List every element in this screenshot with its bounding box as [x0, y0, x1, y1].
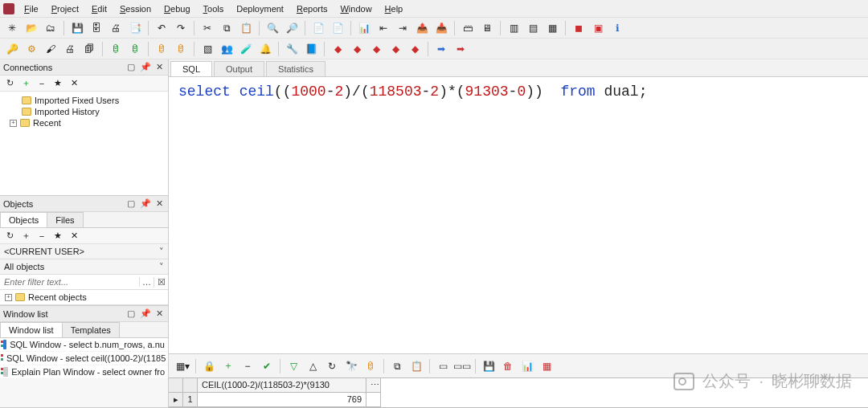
print-setup-button[interactable]: 📑	[126, 19, 144, 37]
tab-objects[interactable]: Objects	[0, 212, 47, 227]
close-icon[interactable]: ✕	[67, 229, 81, 243]
panel-dropdown-icon[interactable]: ▢	[125, 62, 137, 72]
panel-pin-icon[interactable]: 📌	[138, 198, 153, 209]
save-all-button[interactable]: 🗄	[88, 19, 105, 37]
red4-button[interactable]: ◆	[387, 40, 404, 58]
red5-button[interactable]: ◆	[406, 40, 424, 58]
tree-item[interactable]: +Recent	[2, 117, 166, 129]
db1-button[interactable]: 🛢	[107, 40, 125, 58]
filter-browse-icon[interactable]: …	[139, 277, 154, 287]
execute-stop-button[interactable]: ➡	[452, 40, 469, 58]
find-button[interactable]: 🔍	[264, 19, 281, 37]
red2-button[interactable]: ◆	[348, 40, 366, 58]
grid-data-row[interactable]: ▸ 1 769	[169, 393, 868, 407]
grid-options-icon[interactable]: ▦▾	[174, 357, 191, 375]
session-button[interactable]: 🖥	[478, 19, 496, 37]
star-icon[interactable]: ★	[51, 229, 65, 243]
preview-button[interactable]: 🗐	[80, 40, 98, 58]
sql-editor[interactable]: select ceil((1000-2)/(118503-2)*(91303-0…	[169, 77, 868, 353]
multi-record-icon[interactable]: ▭▭	[453, 357, 471, 375]
remove-icon[interactable]: −	[35, 229, 49, 243]
filter-clear-icon[interactable]: ☒	[154, 277, 168, 288]
copy-button[interactable]: ⧉	[218, 19, 235, 37]
window-list-item[interactable]: Explain Plan Window - select owner fro	[0, 365, 168, 379]
menu-file[interactable]: File	[18, 2, 45, 16]
stop-all-button[interactable]: ▣	[589, 19, 607, 37]
tab-statistics[interactable]: Statistics	[266, 61, 326, 76]
save-icon[interactable]: 💾	[480, 357, 497, 375]
commit-icon[interactable]: ✔	[258, 357, 276, 375]
key-button[interactable]: 🔑	[3, 40, 21, 58]
tab-templates[interactable]: Templates	[62, 322, 120, 337]
report-button[interactable]: 📊	[355, 19, 373, 37]
book-button[interactable]: 📘	[302, 40, 320, 58]
expand-icon[interactable]: +	[10, 120, 17, 127]
filter-input[interactable]	[0, 275, 139, 289]
panel-dropdown-icon[interactable]: ▢	[125, 198, 137, 209]
red1-button[interactable]: ◆	[329, 40, 346, 58]
menu-window[interactable]: Window	[334, 2, 378, 16]
tree-item[interactable]: Imported Fixed Users	[2, 95, 166, 106]
refresh-icon[interactable]: ↻	[2, 229, 17, 243]
current-user-select[interactable]: <CURRENT USER> ˅	[0, 244, 168, 259]
db-explorer-button[interactable]: 🗃	[459, 19, 477, 37]
chevron-down-icon[interactable]: ˅	[155, 247, 168, 257]
users-button[interactable]: 👥	[218, 40, 235, 58]
help-button[interactable]: ℹ	[608, 19, 626, 37]
menu-session[interactable]: Session	[113, 2, 158, 16]
tab-files[interactable]: Files	[47, 212, 83, 227]
cube1-button[interactable]: ▧	[199, 40, 216, 58]
grid-cell-value[interactable]: 769	[198, 393, 366, 407]
grid-corner[interactable]	[169, 378, 183, 393]
tile-h-button[interactable]: ▥	[505, 19, 522, 37]
stop-button[interactable]: ◼	[570, 19, 588, 37]
printer2-button[interactable]: 🖨	[61, 40, 79, 58]
menu-reports[interactable]: Reports	[290, 2, 334, 16]
panel-close-icon[interactable]: ✕	[154, 308, 165, 319]
clipboard-icon[interactable]: 📋	[407, 357, 425, 375]
window-list-item[interactable]: SQL Window - select b.num_rows, a.nu	[0, 338, 168, 352]
recent-objects-row[interactable]: + Recent objects	[0, 290, 168, 305]
import-button[interactable]: 📥	[432, 19, 450, 37]
db-icon[interactable]: 🛢	[362, 357, 379, 375]
menu-project[interactable]: Project	[45, 2, 85, 16]
undo-button[interactable]: ↶	[153, 19, 170, 37]
panel-pin-icon[interactable]: 📌	[138, 308, 153, 319]
wrench-button[interactable]: 🔧	[283, 40, 301, 58]
db3-button[interactable]: 🛢	[153, 40, 170, 58]
red3-button[interactable]: ◆	[367, 40, 385, 58]
add-row-icon[interactable]: ＋	[219, 357, 237, 375]
indent-right-button[interactable]: ⇥	[394, 19, 411, 37]
expand-icon[interactable]: +	[5, 294, 12, 301]
doc2-button[interactable]: 📄	[329, 19, 346, 37]
execute-button[interactable]: ➡	[432, 40, 450, 58]
save-button[interactable]: 💾	[68, 19, 86, 37]
test-button[interactable]: 🧪	[237, 40, 255, 58]
find-next-button[interactable]: 🔎	[283, 19, 301, 37]
export-button[interactable]: 📤	[413, 19, 431, 37]
panel-dropdown-icon[interactable]: ▢	[125, 308, 137, 319]
cascade-button[interactable]: ▦	[543, 19, 561, 37]
redo-button[interactable]: ↷	[172, 19, 190, 37]
menu-help[interactable]: Help	[379, 2, 410, 16]
gear-button[interactable]: ⚙	[23, 40, 40, 58]
panel-pin-icon[interactable]: 📌	[138, 62, 153, 72]
chevron-down-icon[interactable]: ˅	[155, 262, 168, 272]
star-icon[interactable]: ★	[51, 76, 65, 91]
print-button[interactable]: 🖨	[107, 19, 125, 37]
tab-window-list[interactable]: Window list	[0, 322, 63, 337]
delete-icon[interactable]: 🗑	[499, 357, 517, 375]
remove-row-icon[interactable]: −	[239, 357, 256, 375]
add-icon[interactable]: ＋	[18, 229, 33, 243]
tile-v-button[interactable]: ▤	[524, 19, 542, 37]
cut-button[interactable]: ✂	[199, 19, 216, 37]
bell-button[interactable]: 🔔	[256, 40, 274, 58]
cancel-icon[interactable]: △	[304, 357, 321, 375]
grid-column-header[interactable]: CEIL((1000-2)/(118503-2)*(9130	[198, 378, 366, 393]
open-project-button[interactable]: 🗂	[42, 19, 59, 37]
panel-close-icon[interactable]: ✕	[154, 198, 165, 209]
copy-cell-icon[interactable]: ⧉	[388, 357, 406, 375]
refresh-icon[interactable]: ↻	[323, 357, 341, 375]
window-list-item[interactable]: SQL Window - select ceil((1000-2)/(1185	[0, 352, 168, 365]
table-icon[interactable]: ▦	[538, 357, 555, 375]
